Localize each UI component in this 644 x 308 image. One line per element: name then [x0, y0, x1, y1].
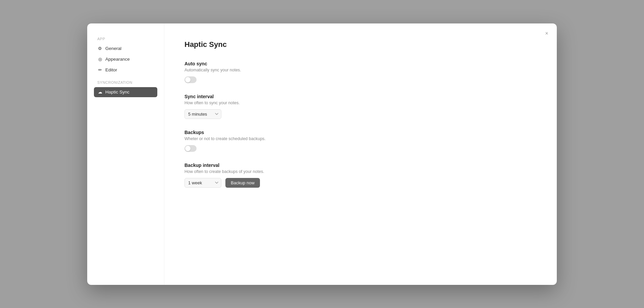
- backup-interval-label: Backup interval: [184, 163, 537, 168]
- sidebar: App ⚙ General ◎ Appearance ✏ Editor Sync…: [87, 23, 164, 285]
- sidebar-label-haptic-sync: Haptic Sync: [105, 89, 129, 95]
- cloud-icon: ☁: [97, 89, 103, 95]
- close-button[interactable]: ×: [542, 29, 551, 38]
- backup-interval-section: Backup interval How often to create back…: [184, 163, 537, 188]
- auto-sync-toggle[interactable]: [184, 76, 197, 83]
- backups-toggle[interactable]: [184, 145, 197, 152]
- pencil-icon: ✏: [97, 67, 103, 73]
- backup-interval-desc: How often to create backups of your note…: [184, 169, 537, 174]
- sidebar-label-editor: Editor: [105, 67, 117, 72]
- sync-interval-select[interactable]: 1 minute 5 minutes 10 minutes 30 minutes…: [184, 109, 221, 119]
- sync-interval-desc: How often to sync your notes.: [184, 101, 537, 105]
- backup-now-button[interactable]: Backup now: [225, 178, 260, 188]
- backups-section: Backups Wheter or not to create schedule…: [184, 130, 537, 152]
- sidebar-label-general: General: [105, 46, 121, 51]
- sync-interval-label: Sync interval: [184, 94, 537, 99]
- backups-toggle-wrap: [184, 145, 537, 152]
- content-area: Haptic Sync Auto sync Automatically sync…: [164, 23, 557, 285]
- sync-interval-select-wrap: 1 minute 5 minutes 10 minutes 30 minutes…: [184, 109, 537, 119]
- sidebar-item-appearance[interactable]: ◎ Appearance: [94, 54, 157, 64]
- backup-interval-select[interactable]: 1 day 3 days 1 week 2 weeks 1 month: [184, 178, 221, 188]
- backups-label: Backups: [184, 130, 537, 135]
- backup-interval-controls: 1 day 3 days 1 week 2 weeks 1 month Back…: [184, 178, 537, 188]
- auto-sync-label: Auto sync: [184, 61, 537, 66]
- page-title: Haptic Sync: [184, 40, 537, 49]
- backups-desc: Wheter or not to create scheduled backup…: [184, 136, 537, 141]
- app-section-label: App: [94, 37, 157, 41]
- sidebar-item-haptic-sync[interactable]: ☁ Haptic Sync: [94, 87, 157, 97]
- sync-section-label: Syncronization: [94, 80, 157, 84]
- circle-icon: ◎: [97, 57, 103, 62]
- sidebar-item-editor[interactable]: ✏ Editor: [94, 65, 157, 75]
- sidebar-item-general[interactable]: ⚙ General: [94, 44, 157, 54]
- modal-overlay: × App ⚙ General ◎ Appearance ✏ Editor Sy…: [0, 0, 644, 308]
- auto-sync-section: Auto sync Automatically sync your notes.: [184, 61, 537, 83]
- sidebar-label-appearance: Appearance: [105, 57, 130, 62]
- gear-icon: ⚙: [97, 46, 103, 51]
- sync-interval-section: Sync interval How often to sync your not…: [184, 94, 537, 119]
- auto-sync-toggle-wrap: [184, 76, 537, 83]
- auto-sync-desc: Automatically sync your notes.: [184, 68, 537, 72]
- modal-dialog: × App ⚙ General ◎ Appearance ✏ Editor Sy…: [87, 23, 557, 285]
